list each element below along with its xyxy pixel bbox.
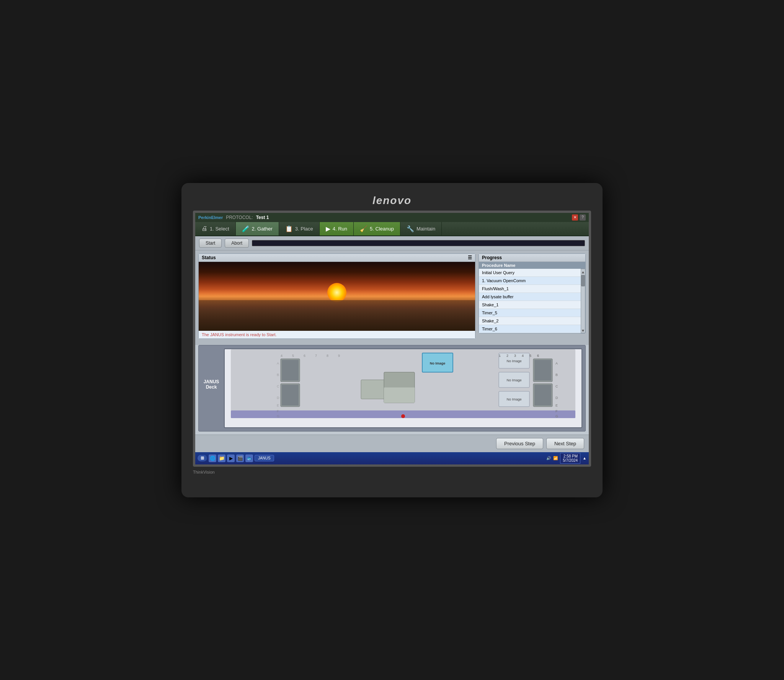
taskbar-time: 2:58 PM [563, 454, 578, 458]
svg-text:C: C [277, 384, 279, 388]
status-box: Status ☰ The JANUS instrument is ready t… [198, 253, 475, 339]
sun-element [327, 283, 346, 302]
status-title-text: Status [202, 255, 216, 260]
progress-bar [252, 240, 585, 246]
deck-label-line2: Deck [206, 384, 217, 390]
svg-text:7: 7 [315, 354, 317, 358]
taskbar-app-label: JANUS [258, 456, 271, 460]
nav-item-place[interactable]: 📋 3. Place [279, 222, 320, 235]
svg-text:F: F [277, 409, 279, 413]
status-icon: ☰ [468, 255, 472, 260]
nav-label-cleanup: 5. Cleanup [370, 226, 394, 232]
svg-rect-31 [534, 360, 551, 381]
taskbar-network-icon: 📶 [553, 456, 558, 460]
protocol-name: Test 1 [256, 215, 269, 220]
maintain-icon: 🔧 [407, 225, 414, 232]
title-bar: PerkinElmer PROTOCOL: Test 1 ✕ ? [195, 213, 589, 222]
monitor-bottom-label: ThinkVision [193, 470, 591, 474]
progress-title: Progress [479, 254, 585, 262]
monitor-outer: lenovo PerkinElmer PROTOCOL: Test 1 ✕ ? … [181, 183, 603, 497]
taskbar-icon-media[interactable]: ▶ [227, 454, 235, 462]
start-button[interactable]: Start [199, 239, 222, 248]
nav-label-select: 1. Select [210, 226, 229, 232]
list-item: Timer_5 [479, 309, 581, 317]
taskbar: ⊞ 🌐 📁 ▶ 🎬 🐟 JANUS 🔊 📶 2:58 PM 5/7/2024 ▲ [195, 452, 589, 464]
nav-label-run: 4. Run [333, 226, 347, 232]
nav-label-gather: 2. Gather [252, 226, 273, 232]
nav-item-select[interactable]: 🖨 1. Select [195, 222, 236, 235]
next-step-button[interactable]: Next Step [546, 438, 584, 449]
svg-text:F: F [555, 409, 558, 413]
taskbar-icon-video[interactable]: 🎬 [236, 454, 244, 462]
bottom-bar: Previous Step Next Step [195, 435, 589, 452]
nav-item-maintain[interactable]: 🔧 Maintain [400, 222, 442, 235]
svg-text:No Image: No Image [506, 397, 521, 401]
taskbar-icon-browser[interactable]: 🌐 [209, 454, 216, 462]
toolbar: Start Abort [195, 236, 589, 250]
nav-bar: 🖨 1. Select 🧪 2. Gather 📋 3. Place ▶ 4. … [195, 222, 589, 236]
svg-text:2: 2 [506, 354, 508, 358]
svg-text:1: 1 [499, 354, 501, 358]
deck-svg: 4 5 6 7 8 9 A B C D E F G [225, 349, 581, 426]
monitor-brand: lenovo [193, 195, 591, 207]
place-icon: 📋 [285, 225, 293, 232]
scrollbar-track[interactable]: ▲ ▼ [581, 269, 585, 333]
clock-box: 2:58 PM 5/7/2024 [560, 453, 580, 464]
nav-label-maintain: Maintain [416, 226, 435, 232]
status-title: Status ☰ [199, 254, 475, 262]
taskbar-volume-icon: 🔊 [546, 456, 551, 460]
svg-text:No Image: No Image [506, 359, 521, 363]
list-item: 1. Vacuum OpenComm [479, 277, 581, 285]
title-bar-right: ✕ ? [572, 214, 586, 221]
svg-rect-18 [282, 385, 299, 405]
previous-step-button[interactable]: Previous Step [496, 438, 543, 449]
nav-item-run[interactable]: ▶ 4. Run [320, 222, 354, 235]
water-element [199, 300, 475, 331]
svg-text:5: 5 [292, 354, 294, 358]
taskbar-janus-app[interactable]: JANUS [255, 455, 274, 461]
svg-text:D: D [277, 396, 279, 400]
svg-rect-16 [282, 360, 299, 381]
svg-text:B: B [277, 373, 279, 377]
list-item: Timer_6 [479, 325, 581, 333]
list-item: Shake_2 [479, 317, 581, 325]
deck-panel: JANUS Deck 4 5 6 7 [198, 345, 586, 432]
main-content: Status ☰ The JANUS instrument is ready t… [195, 250, 589, 345]
svg-text:B: B [555, 373, 558, 377]
taskbar-right: 🔊 📶 2:58 PM 5/7/2024 ▲ [546, 453, 586, 464]
taskbar-icon-fish[interactable]: 🐟 [245, 454, 253, 462]
progress-scrollbar-area: Initial User Query 1. Vacuum OpenComm Fl… [479, 269, 585, 333]
svg-text:8: 8 [327, 354, 328, 358]
svg-text:G: G [277, 414, 279, 418]
deck-view: 4 5 6 7 8 9 A B C D E F G [224, 348, 582, 428]
right-panel: Progress Procedure Name Initial User Que… [479, 253, 586, 342]
svg-rect-21 [384, 387, 415, 403]
left-panel: Status ☰ The JANUS instrument is ready t… [198, 253, 475, 342]
run-icon: ▶ [326, 225, 330, 232]
help-button[interactable]: ? [580, 214, 586, 221]
svg-text:No Image: No Image [506, 378, 521, 382]
abort-button[interactable]: Abort [225, 239, 249, 248]
list-item: Shake_1 [479, 301, 581, 309]
svg-text:No Image: No Image [430, 361, 446, 365]
close-button[interactable]: ✕ [572, 214, 578, 221]
svg-text:5: 5 [529, 354, 531, 358]
svg-text:6: 6 [537, 354, 539, 358]
progress-list: Initial User Query 1. Vacuum OpenComm Fl… [479, 269, 581, 333]
svg-text:9: 9 [338, 354, 340, 358]
scrollbar-thumb[interactable] [581, 275, 585, 286]
start-menu-button[interactable]: ⊞ [198, 455, 207, 461]
list-item: Flush/Wash_1 [479, 285, 581, 293]
nav-item-cleanup[interactable]: 🧹 5. Cleanup [354, 222, 400, 235]
perkinelmer-logo: PerkinElmer [198, 215, 223, 220]
nav-item-gather[interactable]: 🧪 2. Gather [236, 222, 279, 235]
monitor-screen: PerkinElmer PROTOCOL: Test 1 ✕ ? 🖨 1. Se… [193, 211, 591, 467]
svg-text:3: 3 [514, 354, 516, 358]
select-icon: 🖨 [201, 225, 207, 232]
taskbar-icon-folder[interactable]: 📁 [218, 454, 225, 462]
deck-label-line1: JANUS [204, 379, 219, 384]
svg-text:D: D [555, 396, 558, 400]
svg-text:E: E [555, 404, 558, 407]
cleanup-icon: 🧹 [360, 225, 368, 232]
svg-text:G: G [555, 414, 558, 418]
